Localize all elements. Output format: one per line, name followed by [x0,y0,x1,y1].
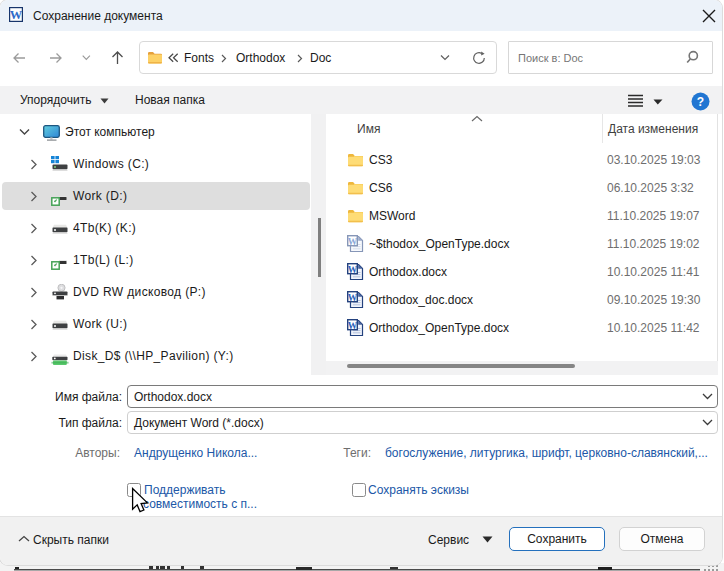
svg-text:W: W [348,237,358,247]
svg-text:?: ? [697,95,704,109]
svg-text:W: W [10,8,23,22]
svg-text:W: W [348,293,358,303]
svg-text:W: W [348,321,358,331]
svg-text:W: W [348,265,358,275]
